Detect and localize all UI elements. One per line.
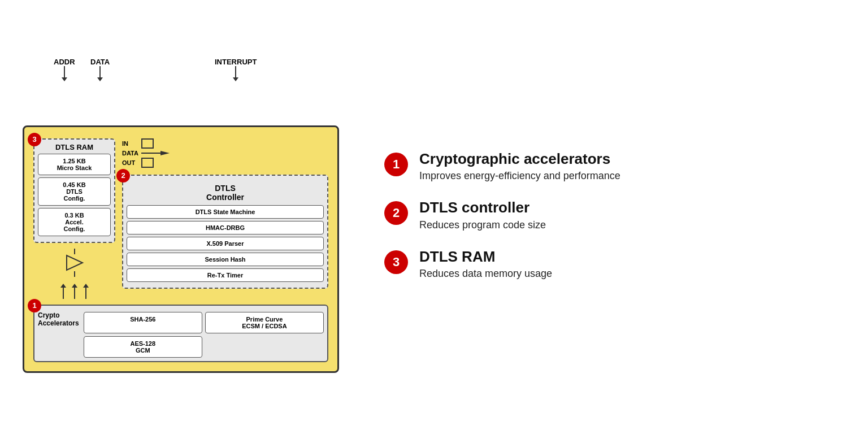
- svg-marker-2: [160, 151, 170, 155]
- triangle-icon: [64, 254, 85, 271]
- info-badge-2: 2: [384, 201, 408, 225]
- crypto-title: CryptoAccelerators: [38, 309, 79, 327]
- amplifier-symbol: [33, 249, 115, 277]
- info-desc-1: Improves energy-efficiency and performan…: [419, 170, 620, 182]
- info-title-1: Cryptographic accelerators: [419, 150, 620, 168]
- info-panel: 1 Cryptographic accelerators Improves en…: [373, 150, 845, 280]
- info-item-1: 1 Cryptographic accelerators Improves en…: [384, 150, 845, 182]
- crypto-grid: SHA-256 Prime CurveECSM / ECDSA AES-128G…: [84, 312, 324, 358]
- io-data-label: DATA: [122, 150, 139, 157]
- addr-label: ADDR: [54, 58, 75, 66]
- info-badge-3: 3: [384, 250, 408, 274]
- io-out-row: OUT: [122, 158, 154, 168]
- io-data-row: DATA: [122, 150, 170, 157]
- module-retx-timer: Re-Tx Timer: [127, 268, 324, 282]
- io-in-row: IN: [122, 138, 154, 149]
- dtls-controller-title: DTLSController: [127, 179, 324, 202]
- crypto-sha256: SHA-256: [84, 312, 202, 333]
- bus-arrows: [33, 284, 115, 299]
- outer-system-box: 3 DTLS RAM 1.25 KBMicro Stack 0.45 KBDTL…: [23, 125, 339, 373]
- info-text-3: DTLS RAM Reduces data memory usage: [419, 248, 552, 280]
- right-column: IN DATA OUT: [122, 138, 328, 299]
- info-title-3: DTLS RAM: [419, 248, 552, 266]
- crypto-prime-curve: Prime CurveECSM / ECDSA: [205, 312, 324, 333]
- io-section: IN DATA OUT: [122, 138, 328, 168]
- info-desc-2: Reduces program code size: [419, 219, 546, 231]
- ram-seg-dtls-config: 0.45 KBDTLSConfig.: [38, 177, 111, 206]
- data-label: DATA: [90, 58, 110, 66]
- ram-seg-accel-config: 0.3 KBAccel.Config.: [38, 208, 111, 236]
- io-out-label: OUT: [122, 159, 139, 166]
- info-title-2: DTLS controller: [419, 199, 546, 216]
- badge-1: 1: [28, 299, 41, 312]
- info-text-1: Cryptographic accelerators Improves ener…: [419, 150, 620, 182]
- info-item-2: 2 DTLS controller Reduces program code s…: [384, 199, 845, 231]
- info-text-2: DTLS controller Reduces program code siz…: [419, 199, 546, 231]
- io-in-label: IN: [122, 140, 139, 147]
- module-session-hash: Session Hash: [127, 253, 324, 266]
- crypto-accelerators-box: 1 CryptoAccelerators SHA-256 Prime Curve…: [33, 305, 328, 362]
- mux-out: [141, 158, 154, 168]
- ram-seg-microstack: 1.25 KBMicro Stack: [38, 154, 111, 175]
- main-container: ADDR DATA INTERRUPT: [23, 58, 845, 373]
- badge-3: 3: [28, 133, 41, 146]
- left-column: 3 DTLS RAM 1.25 KBMicro Stack 0.45 KBDTL…: [33, 138, 115, 299]
- module-hmac-drbg: HMAC-DRBG: [127, 221, 324, 234]
- info-desc-3: Reduces data memory usage: [419, 268, 552, 280]
- module-dtls-state-machine: DTLS State Machine: [127, 205, 324, 219]
- module-x509-parser: X.509 Parser: [127, 237, 324, 250]
- dtls-ram-box: 3 DTLS RAM 1.25 KBMicro Stack 0.45 KBDTL…: [33, 138, 115, 243]
- info-badge-1: 1: [384, 153, 408, 176]
- svg-marker-0: [67, 255, 83, 270]
- interrupt-label: INTERRUPT: [215, 58, 257, 66]
- crypto-aes128: AES-128GCM: [84, 336, 202, 358]
- dtls-ram-title: DTLS RAM: [38, 143, 111, 151]
- architecture-diagram: ADDR DATA INTERRUPT: [23, 58, 339, 373]
- mux-in: [141, 138, 154, 149]
- dtls-controller-box: 2 DTLSController DTLS State Machine HMAC…: [122, 175, 328, 289]
- data-arrow-icon: [141, 150, 170, 157]
- badge-2: 2: [116, 169, 130, 183]
- info-item-3: 3 DTLS RAM Reduces data memory usage: [384, 248, 845, 280]
